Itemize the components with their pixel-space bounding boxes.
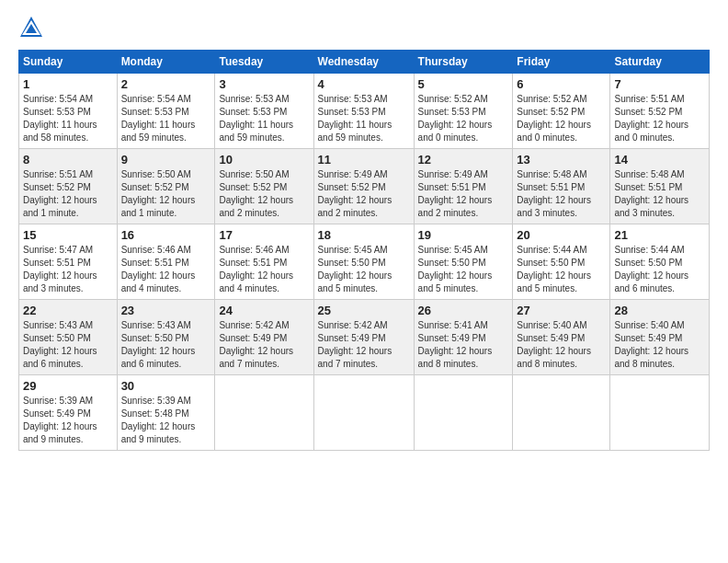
day-number: 26 [418,304,509,317]
day-number: 6 [517,77,606,91]
day-info: Sunrise: 5:50 AMSunset: 5:52 PMDaylight:… [121,169,196,218]
header [18,15,710,40]
header-tuesday: Tuesday [215,51,313,74]
day-cell-19: 19 Sunrise: 5:45 AMSunset: 5:50 PMDaylig… [414,224,513,300]
day-cell-28: 28 Sunrise: 5:40 AMSunset: 5:49 PMDaylig… [610,300,710,375]
logo [18,15,48,40]
day-info: Sunrise: 5:48 AMSunset: 5:51 PMDaylight:… [614,169,688,218]
day-info: Sunrise: 5:44 AMSunset: 5:50 PMDaylight:… [517,245,591,293]
day-info: Sunrise: 5:50 AMSunset: 5:52 PMDaylight:… [219,169,293,218]
header-wednesday: Wednesday [313,51,414,74]
header-saturday: Saturday [610,51,710,74]
day-cell-18: 18 Sunrise: 5:45 AMSunset: 5:50 PMDaylig… [313,224,414,300]
day-number: 24 [219,304,309,317]
day-info: Sunrise: 5:39 AMSunset: 5:48 PMDaylight:… [121,396,196,444]
day-info: Sunrise: 5:53 AMSunset: 5:53 PMDaylight:… [219,94,293,143]
day-cell-7: 7 Sunrise: 5:51 AMSunset: 5:52 PMDayligh… [610,74,710,149]
day-info: Sunrise: 5:46 AMSunset: 5:51 PMDaylight:… [219,245,293,293]
day-info: Sunrise: 5:40 AMSunset: 5:49 PMDaylight:… [614,320,688,369]
day-number: 15 [23,228,113,242]
day-info: Sunrise: 5:42 AMSunset: 5:49 PMDaylight:… [318,320,392,369]
day-info: Sunrise: 5:51 AMSunset: 5:52 PMDaylight:… [614,94,688,143]
day-info: Sunrise: 5:44 AMSunset: 5:50 PMDaylight:… [614,245,688,293]
day-cell-21: 21 Sunrise: 5:44 AMSunset: 5:50 PMDaylig… [610,224,710,300]
week-row-1: 1 Sunrise: 5:54 AMSunset: 5:53 PMDayligh… [19,74,710,149]
day-number: 7 [614,77,705,91]
day-cell-1: 1 Sunrise: 5:54 AMSunset: 5:53 PMDayligh… [19,74,118,149]
day-number: 3 [219,77,309,91]
header-monday: Monday [117,51,215,74]
day-info: Sunrise: 5:43 AMSunset: 5:50 PMDaylight:… [23,320,97,369]
day-number: 11 [318,153,410,167]
week-row-2: 8 Sunrise: 5:51 AMSunset: 5:52 PMDayligh… [19,149,710,224]
day-number: 9 [121,153,211,167]
day-info: Sunrise: 5:45 AMSunset: 5:50 PMDaylight:… [318,245,392,293]
day-cell-5: 5 Sunrise: 5:52 AMSunset: 5:53 PMDayligh… [414,74,513,149]
day-number: 16 [121,228,211,242]
day-cell-15: 15 Sunrise: 5:47 AMSunset: 5:51 PMDaylig… [19,224,118,300]
day-number: 5 [418,77,509,91]
day-info: Sunrise: 5:39 AMSunset: 5:49 PMDaylight:… [23,396,97,444]
day-info: Sunrise: 5:43 AMSunset: 5:50 PMDaylight:… [121,320,196,369]
day-cell-30: 30 Sunrise: 5:39 AMSunset: 5:48 PMDaylig… [117,375,215,451]
day-number: 14 [614,153,705,167]
day-number: 8 [23,153,113,167]
day-info: Sunrise: 5:52 AMSunset: 5:52 PMDaylight:… [517,94,591,143]
day-info: Sunrise: 5:54 AMSunset: 5:53 PMDaylight:… [121,94,196,143]
day-info: Sunrise: 5:51 AMSunset: 5:52 PMDaylight:… [23,169,97,218]
day-cell-16: 16 Sunrise: 5:46 AMSunset: 5:51 PMDaylig… [117,224,215,300]
logo-icon [18,15,44,40]
day-cell-10: 10 Sunrise: 5:50 AMSunset: 5:52 PMDaylig… [215,149,313,224]
empty-cell [513,375,610,451]
day-number: 28 [614,304,705,317]
day-cell-20: 20 Sunrise: 5:44 AMSunset: 5:50 PMDaylig… [513,224,610,300]
day-info: Sunrise: 5:53 AMSunset: 5:53 PMDaylight:… [318,94,392,143]
day-number: 29 [23,379,113,393]
day-number: 12 [418,153,509,167]
day-number: 25 [318,304,410,317]
day-info: Sunrise: 5:52 AMSunset: 5:53 PMDaylight:… [418,94,493,143]
day-cell-6: 6 Sunrise: 5:52 AMSunset: 5:52 PMDayligh… [513,74,610,149]
day-info: Sunrise: 5:49 AMSunset: 5:51 PMDaylight:… [418,169,493,218]
day-number: 30 [121,379,211,393]
empty-cell [610,375,710,451]
day-cell-9: 9 Sunrise: 5:50 AMSunset: 5:52 PMDayligh… [117,149,215,224]
day-cell-12: 12 Sunrise: 5:49 AMSunset: 5:51 PMDaylig… [414,149,513,224]
day-cell-25: 25 Sunrise: 5:42 AMSunset: 5:49 PMDaylig… [313,300,414,375]
day-number: 27 [517,304,606,317]
day-number: 23 [121,304,211,317]
empty-cell [215,375,313,451]
day-info: Sunrise: 5:54 AMSunset: 5:53 PMDaylight:… [23,94,97,143]
day-cell-24: 24 Sunrise: 5:42 AMSunset: 5:49 PMDaylig… [215,300,313,375]
header-thursday: Thursday [414,51,513,74]
week-row-4: 22 Sunrise: 5:43 AMSunset: 5:50 PMDaylig… [19,300,710,375]
day-cell-2: 2 Sunrise: 5:54 AMSunset: 5:53 PMDayligh… [117,74,215,149]
week-row-3: 15 Sunrise: 5:47 AMSunset: 5:51 PMDaylig… [19,224,710,300]
day-number: 10 [219,153,309,167]
day-number: 4 [318,77,410,91]
day-cell-4: 4 Sunrise: 5:53 AMSunset: 5:53 PMDayligh… [313,74,414,149]
day-info: Sunrise: 5:48 AMSunset: 5:51 PMDaylight:… [517,169,591,218]
day-cell-3: 3 Sunrise: 5:53 AMSunset: 5:53 PMDayligh… [215,74,313,149]
day-cell-14: 14 Sunrise: 5:48 AMSunset: 5:51 PMDaylig… [610,149,710,224]
day-info: Sunrise: 5:40 AMSunset: 5:49 PMDaylight:… [517,320,591,369]
day-number: 18 [318,228,410,242]
day-cell-29: 29 Sunrise: 5:39 AMSunset: 5:49 PMDaylig… [19,375,118,451]
day-info: Sunrise: 5:49 AMSunset: 5:52 PMDaylight:… [318,169,392,218]
page: SundayMondayTuesdayWednesdayThursdayFrid… [0,0,728,563]
day-info: Sunrise: 5:42 AMSunset: 5:49 PMDaylight:… [219,320,293,369]
empty-cell [414,375,513,451]
day-info: Sunrise: 5:45 AMSunset: 5:50 PMDaylight:… [418,245,493,293]
day-number: 2 [121,77,211,91]
day-info: Sunrise: 5:41 AMSunset: 5:49 PMDaylight:… [418,320,493,369]
day-number: 17 [219,228,309,242]
calendar: SundayMondayTuesdayWednesdayThursdayFrid… [18,50,710,451]
day-number: 21 [614,228,705,242]
day-number: 1 [23,77,113,91]
header-friday: Friday [513,51,610,74]
calendar-header-row: SundayMondayTuesdayWednesdayThursdayFrid… [19,51,710,74]
day-number: 22 [23,304,113,317]
day-cell-17: 17 Sunrise: 5:46 AMSunset: 5:51 PMDaylig… [215,224,313,300]
day-cell-8: 8 Sunrise: 5:51 AMSunset: 5:52 PMDayligh… [19,149,118,224]
empty-cell [313,375,414,451]
